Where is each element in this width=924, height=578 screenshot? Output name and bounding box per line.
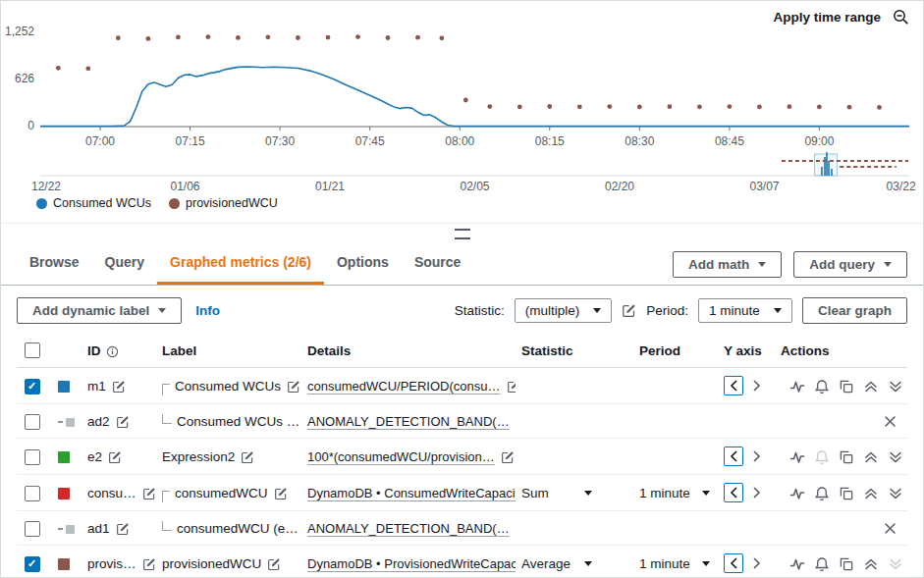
tab-query[interactable]: Query bbox=[92, 243, 157, 285]
edit-label-icon[interactable] bbox=[287, 380, 300, 394]
edit-id-icon[interactable] bbox=[142, 487, 156, 500]
y-axis-left-button[interactable] bbox=[724, 447, 743, 466]
metric-id: provis… bbox=[87, 556, 136, 571]
statistic-dropdown[interactable]: Sum bbox=[521, 486, 592, 500]
statistic-dropdown[interactable]: Average bbox=[521, 556, 592, 571]
pulse-icon[interactable] bbox=[789, 379, 805, 394]
pulse-icon[interactable] bbox=[789, 486, 805, 501]
move-down-icon[interactable] bbox=[888, 486, 903, 501]
timeline-overview-svg[interactable] bbox=[40, 152, 909, 178]
move-up-icon[interactable] bbox=[863, 486, 879, 501]
add-query-label: Add query bbox=[809, 257, 875, 272]
info-link[interactable]: Info bbox=[195, 303, 220, 318]
row-checkbox[interactable] bbox=[25, 449, 40, 465]
id-header-label: ID bbox=[87, 343, 101, 358]
caret-down-icon bbox=[774, 308, 782, 313]
add-dynamic-label-button[interactable]: Add dynamic label bbox=[17, 297, 182, 324]
period-dropdown[interactable]: 1 minute bbox=[639, 486, 710, 500]
pulse-icon[interactable] bbox=[789, 449, 805, 465]
legend-item-provisionedwcu[interactable]: provisionedWCU bbox=[169, 196, 278, 210]
select-all-checkbox[interactable] bbox=[25, 342, 40, 358]
row-checkbox[interactable] bbox=[25, 521, 40, 537]
metric-details[interactable]: DynamoDB • ProvisionedWriteCapacity bbox=[307, 556, 516, 571]
period-value: 1 minute bbox=[639, 556, 690, 571]
period-select[interactable]: 1 minute bbox=[698, 298, 792, 323]
edit-id-icon[interactable] bbox=[112, 380, 126, 394]
metric-details[interactable]: ANOMALY_DETECTION_BAND(… bbox=[307, 521, 510, 536]
metric-id: e2 bbox=[87, 449, 102, 464]
edit-statistic-icon[interactable] bbox=[622, 303, 636, 318]
duplicate-icon[interactable] bbox=[839, 379, 854, 394]
metric-details[interactable]: DynamoDB • ConsumedWriteCapacity bbox=[307, 486, 516, 500]
y-axis-left-button[interactable] bbox=[724, 376, 743, 395]
tab-list: BrowseQueryGraphed metrics (2/6)OptionsS… bbox=[17, 243, 473, 285]
drag-grip-icon bbox=[455, 229, 470, 239]
edit-id-icon[interactable] bbox=[142, 557, 156, 571]
y-axis-right-button[interactable] bbox=[747, 377, 765, 394]
edit-id-icon[interactable] bbox=[108, 450, 122, 464]
row-checkbox[interactable] bbox=[25, 379, 40, 394]
remove-icon[interactable] bbox=[883, 521, 897, 536]
duplicate-icon[interactable] bbox=[839, 556, 854, 572]
tab-graphed-metrics-2-6[interactable]: Graphed metrics (2/6) bbox=[157, 243, 324, 285]
duplicate-icon[interactable] bbox=[839, 449, 854, 465]
graphed-metrics-toolbar: Add dynamic label Info Statistic: (multi… bbox=[1, 286, 923, 334]
tab-options[interactable]: Options bbox=[324, 243, 402, 285]
y-axis-left-button[interactable] bbox=[724, 483, 743, 502]
split-drag-handle[interactable] bbox=[1, 223, 923, 243]
edit-details-icon[interactable] bbox=[501, 450, 515, 464]
y-axis-right-button[interactable] bbox=[747, 447, 765, 465]
y-axis-left-button[interactable] bbox=[724, 553, 743, 573]
y-axis-right-button[interactable] bbox=[747, 554, 765, 572]
move-up-icon[interactable] bbox=[863, 379, 879, 394]
metric-label: Expression2 bbox=[162, 449, 235, 464]
edit-id-icon[interactable] bbox=[116, 522, 130, 536]
alarm-bell-icon[interactable] bbox=[814, 449, 830, 465]
metric-details[interactable]: ANOMALY_DETECTION_BAND(… bbox=[307, 414, 510, 429]
tab-browse[interactable]: Browse bbox=[17, 243, 92, 285]
column-header-period: Period bbox=[633, 334, 718, 368]
tabs-spacer bbox=[473, 243, 673, 285]
edit-label-icon[interactable] bbox=[274, 487, 288, 500]
pulse-icon[interactable] bbox=[789, 556, 805, 572]
statistic-select[interactable]: (multiple) bbox=[515, 298, 613, 323]
caret-down-icon bbox=[158, 308, 166, 313]
row-checkbox[interactable] bbox=[25, 486, 40, 501]
legend-color-dot bbox=[169, 198, 180, 209]
row-checkbox[interactable] bbox=[25, 556, 40, 572]
apply-time-range-button[interactable]: Apply time range bbox=[773, 10, 881, 25]
move-up-icon[interactable] bbox=[863, 449, 879, 465]
clear-graph-button[interactable]: Clear graph bbox=[802, 297, 907, 324]
info-icon[interactable] bbox=[106, 345, 119, 358]
metric-label: Consumed WCUs … bbox=[177, 414, 299, 429]
edit-id-icon[interactable] bbox=[116, 415, 130, 429]
timeline-tick-label: 01/06 bbox=[170, 180, 199, 193]
remove-icon[interactable] bbox=[883, 414, 897, 429]
move-down-icon[interactable] bbox=[888, 556, 903, 572]
move-down-icon[interactable] bbox=[888, 449, 903, 465]
alarm-bell-icon[interactable] bbox=[814, 486, 830, 501]
edit-details-icon[interactable] bbox=[507, 380, 516, 394]
y-axis-toggle bbox=[724, 483, 765, 502]
metric-details[interactable]: 100*(consumedWCU/provision… bbox=[307, 449, 495, 464]
timeline-tick-label: 02/05 bbox=[460, 180, 489, 193]
add-query-button[interactable]: Add query bbox=[793, 251, 907, 278]
y-axis-right-button[interactable] bbox=[747, 484, 765, 501]
alarm-bell-icon[interactable] bbox=[814, 556, 830, 572]
x-tick-label: 08:15 bbox=[535, 134, 565, 148]
timeline-tick-label: 01/21 bbox=[315, 180, 345, 193]
alarm-bell-icon[interactable] bbox=[814, 379, 830, 394]
row-checkbox[interactable] bbox=[25, 414, 40, 430]
move-down-icon[interactable] bbox=[888, 379, 903, 394]
zoom-out-icon[interactable] bbox=[893, 9, 909, 26]
period-dropdown[interactable]: 1 minute bbox=[639, 556, 710, 571]
metric-details[interactable]: consumedWCU/PERIOD(consu… bbox=[307, 379, 501, 394]
add-math-label: Add math bbox=[688, 257, 749, 272]
move-up-icon[interactable] bbox=[863, 556, 879, 572]
tab-source[interactable]: Source bbox=[402, 243, 473, 285]
edit-label-icon[interactable] bbox=[267, 557, 281, 571]
add-math-button[interactable]: Add math bbox=[673, 251, 782, 278]
legend-item-consumed-wcus[interactable]: Consumed WCUs bbox=[36, 196, 151, 210]
edit-label-icon[interactable] bbox=[241, 450, 254, 464]
duplicate-icon[interactable] bbox=[839, 486, 854, 501]
